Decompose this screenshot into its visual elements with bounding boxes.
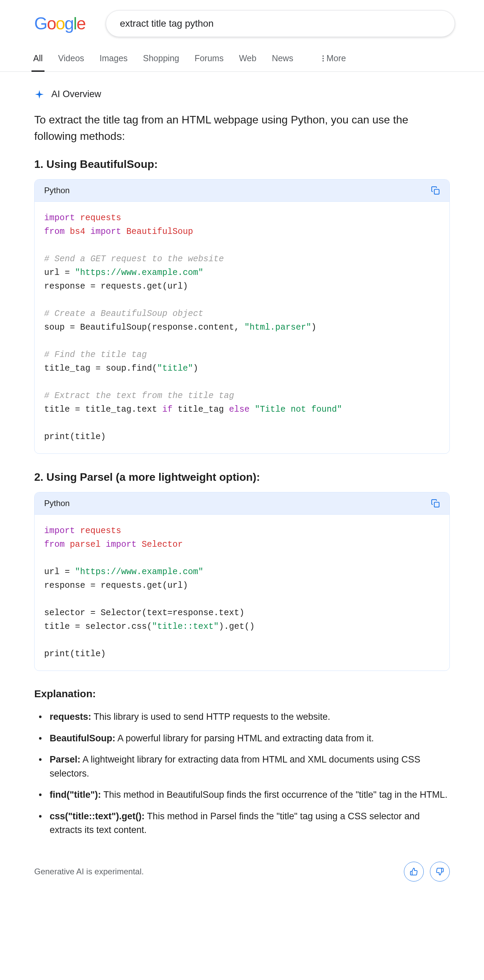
thumbs-up-button[interactable]	[404, 862, 424, 881]
tab-images[interactable]: Images	[98, 47, 129, 72]
disclaimer-text: Generative AI is experimental.	[34, 867, 144, 877]
list-item: BeautifulSoup: A powerful library for pa…	[46, 732, 450, 745]
sparkle-icon	[34, 89, 45, 100]
explanation-list: requests: This library is used to send H…	[34, 710, 450, 837]
thumbs-down-button[interactable]	[430, 862, 450, 881]
tab-forums[interactable]: Forums	[193, 47, 225, 72]
list-item: css("title::text").get(): This method in…	[46, 809, 450, 837]
list-item: find("title"): This method in BeautifulS…	[46, 788, 450, 802]
svg-rect-0	[434, 189, 439, 194]
ai-overview-label: AI Overview	[51, 89, 101, 100]
tab-more[interactable]: More	[321, 47, 348, 72]
tab-videos[interactable]: Videos	[56, 47, 86, 72]
copy-icon[interactable]	[431, 186, 440, 195]
heading-parsel: 2. Using Parsel (a more lightweight opti…	[34, 471, 450, 484]
code-content-1: import requests from bs4 import Beautifu…	[35, 202, 449, 453]
code-content-2: import requests from parsel import Selec…	[35, 515, 449, 671]
list-item: requests: This library is used to send H…	[46, 710, 450, 724]
tab-all[interactable]: All	[32, 47, 45, 72]
search-input[interactable]	[106, 10, 455, 37]
thumbs-up-icon	[410, 867, 418, 876]
code-block-1: Python import requests from bs4 import B…	[34, 179, 450, 454]
tab-news[interactable]: News	[270, 47, 295, 72]
code-language-label: Python	[44, 186, 70, 195]
svg-rect-1	[434, 502, 439, 507]
tab-shopping[interactable]: Shopping	[141, 47, 181, 72]
intro-text: To extract the title tag from an HTML we…	[34, 111, 450, 144]
list-item: Parsel: A lightweight library for extrac…	[46, 752, 450, 780]
more-dots-icon	[323, 56, 324, 62]
explanation-heading: Explanation:	[34, 688, 450, 700]
copy-icon[interactable]	[431, 499, 440, 508]
heading-beautifulsoup: 1. Using BeautifulSoup:	[34, 158, 450, 171]
thumbs-down-icon	[436, 867, 444, 876]
tabs-bar: All Videos Images Shopping Forums Web Ne…	[0, 47, 484, 72]
google-logo[interactable]: Google	[34, 14, 85, 33]
code-block-2: Python import requests from parsel impor…	[34, 492, 450, 671]
code-language-label: Python	[44, 498, 70, 508]
tab-web[interactable]: Web	[237, 47, 258, 72]
